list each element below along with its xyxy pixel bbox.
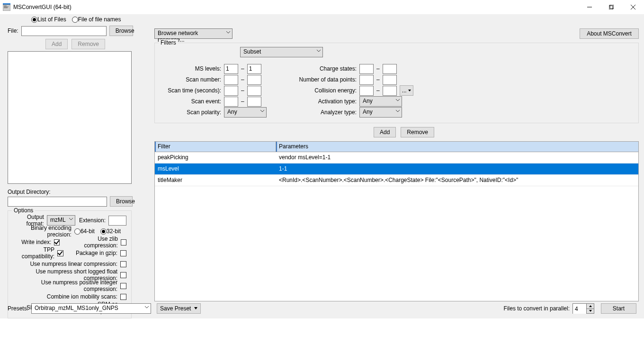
gzip-checkbox[interactable] <box>120 250 126 256</box>
save-preset-button[interactable]: Save Preset <box>157 303 201 314</box>
analyzer-combo[interactable]: Any <box>359 107 402 118</box>
chevron-down-icon <box>226 31 230 35</box>
charge-to-input[interactable] <box>383 64 397 74</box>
tpp-label: TPP compatibility: <box>13 246 54 260</box>
precision-label: Binary encoding precision: <box>13 225 72 238</box>
scanpol-label: Scan polarity: <box>160 109 221 116</box>
zlib-label: Use zlib compression: <box>66 236 117 249</box>
close-button[interactable] <box>622 0 644 14</box>
mslevels-from-input[interactable] <box>224 64 238 74</box>
network-resource-combo[interactable]: Browse network resource... <box>154 28 233 39</box>
chevron-down-icon <box>69 218 73 221</box>
svg-rect-2 <box>4 6 7 6</box>
collision-to-input[interactable] <box>383 86 397 96</box>
extension-input[interactable] <box>108 216 126 226</box>
start-button[interactable]: Start <box>601 303 636 314</box>
write-index-checkbox[interactable] <box>54 239 60 245</box>
scantime-to-input[interactable] <box>247 86 261 96</box>
filter-remove-button[interactable]: Remove <box>401 127 434 137</box>
file-list[interactable] <box>8 51 132 184</box>
titlebar: MSConvertGUI (64-bit) <box>0 0 644 14</box>
parallel-spinner[interactable] <box>572 303 594 314</box>
output-dir-label: Output Directory: <box>8 189 51 195</box>
scanevent-to-input[interactable] <box>247 97 261 107</box>
svg-marker-11 <box>194 307 197 309</box>
file-browse-button[interactable]: Browse <box>109 26 133 36</box>
filters-fieldset: Filters Subset MS levels:– Scan number:–… <box>154 43 639 123</box>
chevron-down-icon <box>145 306 149 309</box>
scannum-from-input[interactable] <box>224 75 238 85</box>
spin-up-icon[interactable] <box>587 304 594 309</box>
file-input[interactable] <box>21 26 107 36</box>
table-header: Filter Parameters <box>155 142 638 152</box>
numpos-checkbox[interactable] <box>120 283 126 289</box>
remove-file-button[interactable]: Remove <box>72 39 105 49</box>
ndata-label: Number of data points: <box>290 76 357 83</box>
output-format-combo[interactable]: mzML <box>47 215 75 226</box>
scantime-from-input[interactable] <box>224 86 238 96</box>
precision-64-radio[interactable]: 64-bit <box>74 228 95 235</box>
output-browse-button[interactable]: Browse <box>110 196 133 207</box>
chevron-down-icon <box>260 109 264 113</box>
filter-add-button[interactable]: Add <box>374 127 396 137</box>
scanevent-from-input[interactable] <box>224 97 238 107</box>
write-index-label: Write index: <box>13 239 51 245</box>
table-row[interactable]: titleMaker <RunId>.<ScanNumber>.<ScanNum… <box>155 175 638 186</box>
parallel-input[interactable] <box>573 304 586 314</box>
charge-from-input[interactable] <box>359 64 374 74</box>
scannum-label: Scan number: <box>160 76 221 83</box>
file-label: File: <box>8 27 18 34</box>
charge-label: Charge states: <box>290 65 357 72</box>
svg-marker-13 <box>589 310 592 312</box>
file-of-names-radio[interactable]: File of file names <box>72 16 121 23</box>
maximize-button[interactable] <box>600 0 622 14</box>
numlin-label: Use numpress linear compression: <box>13 261 117 267</box>
scanevent-label: Scan event: <box>160 98 221 105</box>
svg-rect-6 <box>609 6 613 9</box>
list-of-files-radio[interactable]: List of Files <box>31 16 66 23</box>
presets-label: Presets: <box>8 305 28 312</box>
minimize-button[interactable] <box>579 0 600 14</box>
combine-checkbox[interactable] <box>120 294 126 300</box>
analyzer-label: Analyzer type: <box>290 109 357 116</box>
tpp-checkbox[interactable] <box>57 250 63 256</box>
collision-more-button[interactable]: ... <box>400 85 413 96</box>
extension-label: Extension: <box>79 217 106 224</box>
activation-combo[interactable]: Any <box>359 96 402 107</box>
output-dir-input[interactable] <box>8 197 107 207</box>
options-fieldset: Options Output format: mzML Extension: B… <box>8 210 132 318</box>
about-button[interactable]: About MSConvert <box>580 28 639 39</box>
scannum-to-input[interactable] <box>247 75 261 85</box>
numpos-label: Use numpress positive integer compressio… <box>13 279 117 292</box>
svg-marker-12 <box>589 305 592 307</box>
mslevels-label: MS levels: <box>160 65 221 72</box>
svg-rect-7 <box>610 5 614 9</box>
svg-rect-3 <box>4 7 9 7</box>
precision-32-radio[interactable]: 32-bit <box>100 228 121 235</box>
options-legend: Options <box>12 207 35 214</box>
presets-combo[interactable]: Orbitrap_mzML_MS1only_GNPS <box>31 303 151 314</box>
add-file-button[interactable]: Add <box>45 39 68 49</box>
scanpol-combo[interactable]: Any <box>224 107 267 118</box>
mslevels-to-input[interactable] <box>247 64 261 74</box>
filters-legend: Filters <box>159 39 178 46</box>
spin-down-icon[interactable] <box>587 309 594 314</box>
ndata-from-input[interactable] <box>359 75 374 85</box>
collision-from-input[interactable] <box>359 86 374 96</box>
svg-marker-10 <box>408 90 411 91</box>
th-filter[interactable]: Filter <box>155 142 276 152</box>
list-of-files-label: List of Files <box>37 16 66 23</box>
ndata-to-input[interactable] <box>383 75 397 85</box>
parallel-label: Files to convert in parallel: <box>504 305 570 312</box>
table-row[interactable]: msLevel 1-1 <box>155 163 638 175</box>
zlib-checkbox[interactable] <box>121 239 126 245</box>
th-params[interactable]: Parameters <box>276 142 638 152</box>
chevron-down-icon <box>396 99 400 102</box>
table-row[interactable]: peakPicking vendor msLevel=1-1 <box>155 152 638 163</box>
filter-type-combo[interactable]: Subset <box>240 47 323 57</box>
scantime-label: Scan time (seconds): <box>160 87 221 94</box>
numlin-checkbox[interactable] <box>120 261 126 267</box>
numshort-checkbox[interactable] <box>120 272 126 278</box>
chevron-down-icon <box>396 109 400 113</box>
filters-table[interactable]: Filter Parameters peakPicking vendor msL… <box>154 141 639 301</box>
